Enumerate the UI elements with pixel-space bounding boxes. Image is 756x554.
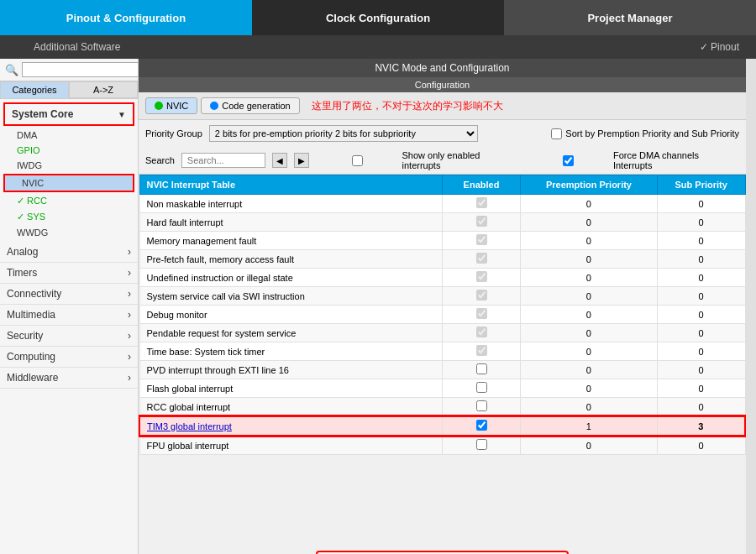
sort-by-priority-checkbox[interactable] [551,128,562,139]
table-row: Time base: System tick timer00 [139,342,745,361]
interrupt-enabled-cell[interactable] [443,213,521,232]
interrupt-enabled-checkbox[interactable] [476,197,487,208]
sidebar-item-gpio[interactable]: GPIO [0,143,138,158]
search-icon: 🔍 [5,64,18,76]
search-prev-button[interactable]: ◀ [272,153,287,168]
table-row: PVD interrupt through EXTI line 1600 [139,361,745,379]
force-dma-checkbox[interactable] [527,155,610,166]
show-only-enabled-checkbox[interactable] [316,155,399,166]
additional-software-tab[interactable]: Additional Software [0,35,154,59]
interrupt-enabled-cell[interactable] [443,250,521,269]
interrupt-enabled-cell[interactable] [443,342,521,361]
col-header-preemption: Preemption Priority [521,175,658,195]
search-label: Search [145,155,175,165]
interrupt-preemption: 0 [521,195,658,213]
nvic-tab-dot-blue [210,102,218,110]
interrupt-enabled-checkbox[interactable] [476,400,487,411]
table-row: Hard fault interrupt00 [139,213,745,232]
interrupt-sub-priority: 0 [657,250,745,269]
interrupt-name: Hard fault interrupt [139,213,443,232]
content-title: NVIC Mode and Configuration [139,59,746,77]
interrupt-enabled-cell[interactable] [443,436,521,455]
sidebar-connectivity[interactable]: Connectivity › [0,284,138,305]
sidebar-analog[interactable]: Analog › [0,242,138,263]
interrupt-sub-priority: 0 [657,287,745,306]
sub-navigation: Additional Software ✓ Pinout [0,35,756,59]
interrupt-enabled-checkbox[interactable] [476,363,487,374]
interrupt-name: RCC global interrupt [139,398,443,417]
system-core-chevron: ▼ [118,110,126,119]
interrupt-enabled-checkbox[interactable] [476,308,487,319]
system-core-header[interactable]: System Core ▼ [3,102,134,126]
sidebar-item-nvic[interactable]: NVIC [3,174,134,192]
table-row: Non maskable interrupt00 [139,195,745,213]
interrupt-preemption: 0 [521,287,658,306]
sidebar-item-wwdg[interactable]: WWDG [0,225,138,240]
table-row: System service call via SWI instruction0… [139,287,745,306]
project-manager-tab[interactable]: Project Manager [504,0,756,35]
interrupt-enabled-checkbox[interactable] [476,327,487,337]
interrupt-enabled-checkbox[interactable] [476,439,487,450]
show-only-enabled-label[interactable]: Show only enabled interrupts [316,150,520,170]
interrupt-name: Memory management fault [139,232,443,250]
search-input[interactable] [181,153,265,168]
interrupt-enabled-cell[interactable] [443,416,521,436]
interrupt-enabled-cell[interactable] [443,232,521,250]
interrupt-enabled-cell[interactable] [443,306,521,324]
clock-config-tab[interactable]: Clock Configuration [252,0,504,35]
interrupt-enabled-cell[interactable] [443,379,521,398]
interrupt-name: System service call via SWI instruction [139,287,443,306]
sort-by-priority-label[interactable]: Sort by Premption Priority and Sub Prior… [551,128,739,139]
nvic-tab-code-gen[interactable]: Code generation [201,97,299,114]
interrupt-enabled-checkbox[interactable] [476,253,487,264]
sidebar-multimedia[interactable]: Multimedia › [0,305,138,326]
sidebar-security[interactable]: Security › [0,326,138,347]
interrupt-name: PVD interrupt through EXTI line 16 [139,361,443,379]
sidebar-item-rcc[interactable]: ✓ RCC [0,193,138,209]
nvic-annotation-text: 这里用了两位，不对于这次的学习影响不大 [312,99,503,113]
interrupt-enabled-checkbox[interactable] [476,345,487,356]
sidebar-item-sys[interactable]: ✓ SYS [0,209,138,225]
content-area: NVIC Mode and Configuration Configuratio… [139,59,746,554]
interrupt-enabled-checkbox[interactable] [476,420,487,431]
sidebar-search-input[interactable] [22,62,139,77]
interrupt-enabled-cell[interactable] [443,269,521,287]
interrupt-enabled-checkbox[interactable] [476,382,487,393]
nvic-tab-nvic[interactable]: NVIC [145,97,197,114]
sidebar-timers[interactable]: Timers › [0,263,138,284]
table-row: Pre-fetch fault, memory access fault00 [139,250,745,269]
interrupt-enabled-cell[interactable] [443,195,521,213]
interrupt-enabled-checkbox[interactable] [476,271,487,282]
interrupt-enabled-checkbox[interactable] [476,290,487,301]
interrupt-name: TIM3 global interrupt [139,416,443,436]
search-next-button[interactable]: ▶ [294,153,309,168]
sidebar-item-iwdg[interactable]: IWDG [0,158,138,173]
interrupt-enabled-cell[interactable] [443,361,521,379]
categories-tab[interactable]: Categories [0,81,69,98]
table-row: TIM3 global interrupt13 [139,416,745,436]
interrupt-enabled-cell[interactable] [443,287,521,306]
interrupt-enabled-checkbox[interactable] [476,216,487,227]
interrupt-enabled-cell[interactable] [443,398,521,417]
connectivity-chevron: › [128,288,131,300]
interrupt-table-container[interactable]: NVIC Interrupt Table Enabled Preemption … [139,175,746,544]
interrupt-preemption: 0 [521,306,658,324]
interrupt-name: Debug monitor [139,306,443,324]
sidebar-middleware[interactable]: Middleware › [0,368,138,389]
sidebar-search-area: 🔍 ▼ [0,59,138,81]
interrupt-preemption: 0 [521,379,658,398]
scrollbar[interactable] [746,59,756,554]
interrupt-sub-priority: 0 [657,398,745,417]
interrupt-enabled-checkbox[interactable] [476,234,487,245]
sidebar-item-dma[interactable]: DMA [0,128,138,143]
pinout-tab[interactable]: ✓ Pinout [666,35,756,59]
az-tab[interactable]: A->Z [69,81,138,98]
interrupt-preemption: 0 [521,250,658,269]
interrupt-preemption: 0 [521,269,658,287]
priority-group-select[interactable]: 2 bits for pre-emption priority 2 bits f… [209,125,478,142]
force-dma-label[interactable]: Force DMA channels Interrupts [527,150,739,170]
interrupt-enabled-cell[interactable] [443,324,521,342]
interrupt-sub-priority: 0 [657,361,745,379]
sidebar-computing[interactable]: Computing › [0,347,138,368]
pinout-config-tab[interactable]: Pinout & Configuration [0,0,252,35]
